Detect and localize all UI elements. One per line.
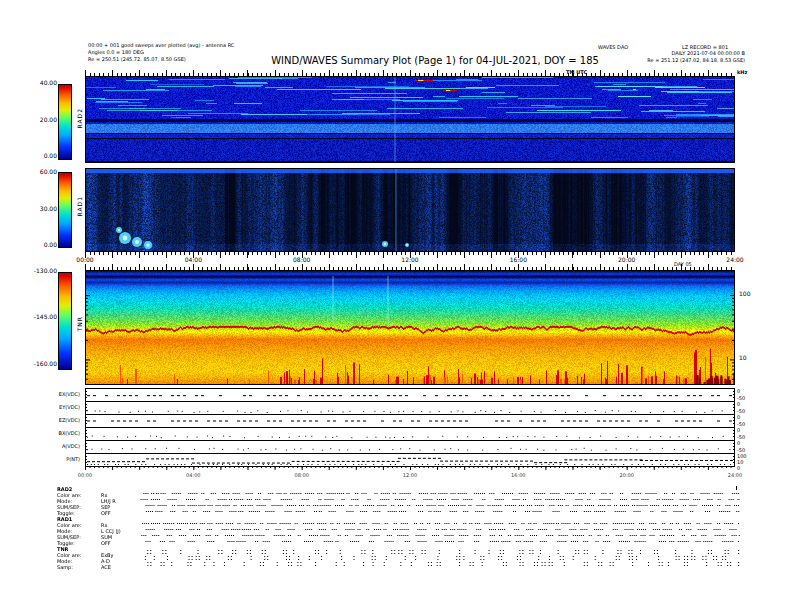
legend-row-label: Samp: xyxy=(57,564,73,570)
line-panel-right-tick: 0 xyxy=(737,402,740,407)
time-tick-label: 24:00 xyxy=(728,472,742,478)
line-panel-label: EX(VDC) xyxy=(34,391,80,397)
time-tick-label: 20:00 xyxy=(618,256,635,263)
rad2-spectrogram xyxy=(85,76,735,163)
time-tick-label: 12:00 xyxy=(401,256,418,263)
rad2-colorbar-tick-max: 40.00 xyxy=(30,80,57,86)
rad1-colorbar xyxy=(58,172,72,248)
tnr-panel-label: TNR xyxy=(76,316,83,331)
rad2-colorbar-tick-mid: 20.00 xyxy=(30,117,57,123)
line-panel-right-tick: 0 xyxy=(737,441,740,446)
status-legend: RAD2Color are:RxMode:LH/J RSUM/SEP:SEPTo… xyxy=(57,486,747,576)
day-label: DAY 05 xyxy=(674,261,692,268)
rad2-colorbar xyxy=(58,84,72,160)
time-tick-label: 20:00 xyxy=(619,472,633,478)
rad1-colorbar-tick-mid: 30.00 xyxy=(30,206,57,212)
dc-line-panels xyxy=(85,388,735,472)
line-panel-label: EZ(VDC) xyxy=(34,417,80,423)
header-re-line: Re = 251.12 (247.02, 84.18, 8.53 GSE) xyxy=(600,57,745,64)
rad1-spectrogram xyxy=(85,168,735,252)
legend-row-value: OFF xyxy=(101,540,111,546)
tnr-spectrogram xyxy=(85,270,735,385)
rad1-colorbar-tick-max: 60.00 xyxy=(30,169,57,175)
line-panel-label: EY(VDC) xyxy=(34,404,80,410)
legend-row-value: ACE xyxy=(101,564,111,570)
tnr-colorbar-tick-max: -130.00 xyxy=(28,268,57,274)
wind-waves-summary-plot: 00:00 + 001 good sweeps aver plotted (av… xyxy=(0,0,792,612)
line-panel-right-tick: 0 xyxy=(737,428,740,433)
line-panel-label: A(VDC) xyxy=(34,443,80,449)
tnr-colorbar-tick-mid: -145.00 xyxy=(28,314,57,320)
rad2-colorbar-tick-min: 0.00 xyxy=(30,153,57,159)
rad1-panel-label: RAD1 xyxy=(76,196,83,216)
line-panel-right-tick: 0 xyxy=(737,466,740,471)
tnr-right-tick-100: 100 xyxy=(739,291,750,296)
line-panel-right-tick: 0 xyxy=(737,415,740,420)
bottom-time-axis-labels: 00:0004:0008:0012:0016:0020:0024:00 xyxy=(85,472,735,480)
freq-units-label: kHz xyxy=(737,69,747,76)
legend-row-value: OFF xyxy=(101,510,111,516)
header-left-line1: 00:00 + 001 good sweeps aver plotted (av… xyxy=(88,42,234,49)
rad1-colorbar-tick-min: 0.00 xyxy=(30,242,57,248)
line-panel-label: P(NT) xyxy=(34,456,80,462)
line-panel-right-tick: 0 xyxy=(737,389,740,394)
time-tick-label: 24:00 xyxy=(726,256,743,263)
rad2-panel-label: RAD2 xyxy=(76,108,83,128)
time-tick-label: 00:00 xyxy=(78,472,92,478)
tnr-colorbar xyxy=(58,272,72,370)
tnr-colorbar-tick-min: -160.00 xyxy=(28,361,57,367)
time-tick-label: 16:00 xyxy=(511,472,525,478)
tnr-right-tick-10: 10 xyxy=(739,355,747,360)
mid-time-axis-labels: 00:0004:0008:0012:0016:0020:0024:00 xyxy=(85,256,735,264)
time-tick-label: 00:00 xyxy=(76,256,93,263)
time-tick-label: 16:00 xyxy=(510,256,527,263)
time-tick-label: 04:00 xyxy=(185,256,202,263)
time-tick-label: 08:00 xyxy=(294,472,308,478)
time-tick-label: 12:00 xyxy=(403,472,417,478)
line-panel-label: BX(VDC) xyxy=(34,430,80,436)
time-tick-label: 08:00 xyxy=(293,256,310,263)
header-daily-line: DAILY 2021-07-04 00:00:00 B xyxy=(600,50,745,57)
time-tick-label: 04:00 xyxy=(186,472,200,478)
